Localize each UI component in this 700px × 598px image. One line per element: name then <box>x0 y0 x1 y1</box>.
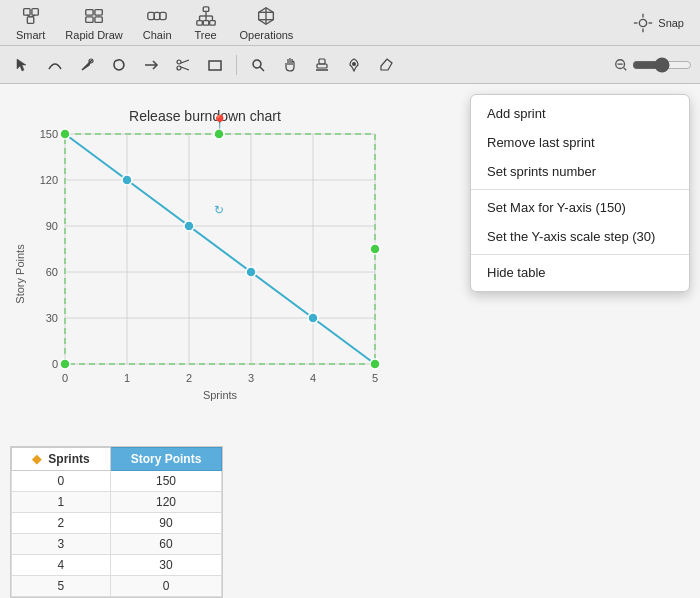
select-tool[interactable] <box>8 51 38 79</box>
y-label-150: 150 <box>40 128 58 140</box>
separator-1 <box>471 189 689 190</box>
sprint-cell: 3 <box>12 534 111 555</box>
svg-rect-38 <box>317 64 327 68</box>
x-label-1: 1 <box>124 372 130 384</box>
svg-rect-17 <box>209 20 215 25</box>
scissors-tool[interactable] <box>168 51 198 79</box>
burndown-line <box>65 134 375 364</box>
svg-point-31 <box>177 66 181 70</box>
chain-button[interactable]: Chain <box>135 1 180 45</box>
search-tool[interactable] <box>243 51 273 79</box>
frame-tool[interactable] <box>200 51 230 79</box>
table-row: 430 <box>12 555 222 576</box>
table-row: 50 <box>12 576 222 597</box>
y-label-30: 30 <box>46 312 58 324</box>
operations-button[interactable]: Operations <box>232 1 302 45</box>
points-cell: 30 <box>110 555 222 576</box>
data-point-2[interactable] <box>184 221 194 231</box>
data-point-1[interactable] <box>122 175 132 185</box>
pen-tool[interactable] <box>72 51 102 79</box>
rapid-draw-button[interactable]: Rapid Draw <box>57 1 130 45</box>
remove-last-sprint-item[interactable]: Remove last sprint <box>471 128 689 157</box>
sprints-col-header: ◆ Sprints <box>12 448 111 471</box>
table-row: 1120 <box>12 492 222 513</box>
context-menu: Add sprint Remove last sprint Set sprint… <box>470 94 690 292</box>
y-label-60: 60 <box>46 266 58 278</box>
set-y-scale-item[interactable]: Set the Y-axis scale step (30) <box>471 222 689 251</box>
eraser-tool[interactable] <box>371 51 401 79</box>
diamond-icon: ◆ <box>32 452 41 466</box>
svg-line-36 <box>260 67 264 71</box>
data-point-5[interactable] <box>370 359 380 369</box>
x-label-0: 0 <box>62 372 68 384</box>
add-sprint-item[interactable]: Add sprint <box>471 99 689 128</box>
right-edge-dot[interactable] <box>370 244 380 254</box>
data-point-0-bottom[interactable] <box>60 359 70 369</box>
smart-label: Smart <box>16 29 45 41</box>
pin-marker: 📍 <box>211 114 229 131</box>
svg-line-33 <box>181 67 189 70</box>
svg-rect-2 <box>27 16 33 22</box>
pin-tool[interactable] <box>339 51 369 79</box>
points-cell: 120 <box>110 492 222 513</box>
tree-button[interactable]: Tree <box>184 1 228 45</box>
zoom-slider[interactable] <box>632 57 692 73</box>
table-row: 0150 <box>12 471 222 492</box>
connect-tool[interactable] <box>136 51 166 79</box>
svg-point-23 <box>640 19 647 26</box>
toolbar-top: Smart Rapid Draw Chain <box>0 0 700 46</box>
data-point-3[interactable] <box>246 267 256 277</box>
lasso-tool[interactable] <box>104 51 134 79</box>
sprint-cell: 5 <box>12 576 111 597</box>
svg-rect-6 <box>95 9 102 14</box>
snap-button[interactable]: Snap <box>624 8 692 38</box>
data-table: ◆ Sprints Story Points 01501120290360430… <box>11 447 222 597</box>
story-points-col-header: Story Points <box>110 448 222 471</box>
x-axis-label: Sprints <box>203 389 238 401</box>
svg-line-43 <box>624 67 627 70</box>
set-max-y-item[interactable]: Set Max for Y-axis (150) <box>471 193 689 222</box>
svg-rect-9 <box>148 12 154 19</box>
hand-tool[interactable] <box>275 51 305 79</box>
loading-indicator: ↻ <box>214 203 224 217</box>
tree-label: Tree <box>194 29 216 41</box>
zoom-out-icon <box>614 58 628 72</box>
set-sprints-number-item[interactable]: Set sprints number <box>471 157 689 186</box>
svg-rect-10 <box>154 12 160 19</box>
svg-rect-15 <box>196 20 202 25</box>
svg-line-32 <box>181 60 189 63</box>
sprint-cell: 2 <box>12 513 111 534</box>
svg-rect-11 <box>160 12 166 19</box>
svg-rect-5 <box>86 9 93 14</box>
sprint-cell: 0 <box>12 471 111 492</box>
svg-rect-16 <box>203 20 209 25</box>
chain-label: Chain <box>143 29 172 41</box>
points-cell: 90 <box>110 513 222 534</box>
data-point-0[interactable] <box>60 129 70 139</box>
x-label-2: 2 <box>186 372 192 384</box>
x-label-5: 5 <box>372 372 378 384</box>
data-point-4[interactable] <box>308 313 318 323</box>
y-label-0: 0 <box>52 358 58 370</box>
data-table-container: ◆ Sprints Story Points 01501120290360430… <box>10 446 223 598</box>
points-cell: 60 <box>110 534 222 555</box>
sprint-cell: 4 <box>12 555 111 576</box>
top-edge-dot[interactable] <box>214 129 224 139</box>
stamp-tool[interactable] <box>307 51 337 79</box>
burndown-chart: Release burndown chart Story Points <box>10 99 400 409</box>
operations-label: Operations <box>240 29 294 41</box>
x-label-4: 4 <box>310 372 316 384</box>
svg-rect-0 <box>23 8 29 14</box>
hide-table-item[interactable]: Hide table <box>471 258 689 287</box>
svg-point-35 <box>253 60 261 68</box>
svg-rect-37 <box>319 59 325 64</box>
x-label-3: 3 <box>248 372 254 384</box>
main-content: Release burndown chart Story Points <box>0 84 700 598</box>
y-label-90: 90 <box>46 220 58 232</box>
y-label-120: 120 <box>40 174 58 186</box>
tool-separator-1 <box>236 55 237 75</box>
y-axis-label: Story Points <box>14 244 26 304</box>
arc-tool[interactable] <box>40 51 70 79</box>
svg-rect-1 <box>32 8 38 14</box>
smart-button[interactable]: Smart <box>8 1 53 45</box>
